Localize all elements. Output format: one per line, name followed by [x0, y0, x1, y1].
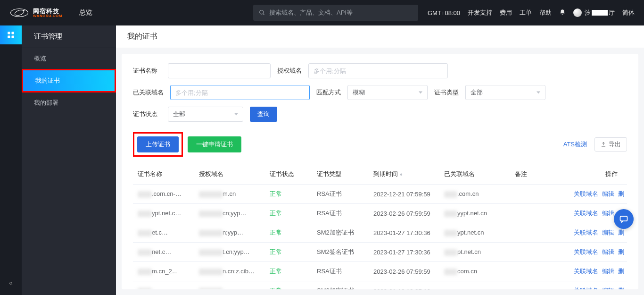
cell-ops: 关联域名编辑删	[557, 185, 627, 204]
table-row: com.…com.cn正常SM2加密证书2023-01-18 13:37:16关…	[133, 281, 627, 290]
cert-status-select[interactable]: 全部	[168, 107, 243, 122]
sidebar-title: 证书管理	[22, 25, 116, 48]
cell-domain: m.cn	[194, 185, 265, 204]
cell-name: ypt.net.c…	[133, 204, 194, 223]
link-domain-action[interactable]: 关联域名	[574, 287, 598, 289]
notifications-icon[interactable]	[559, 9, 566, 17]
cell-linked: .com.cn	[439, 185, 510, 204]
export-icon	[601, 142, 606, 147]
link-domain-action[interactable]: 关联域名	[574, 268, 598, 275]
col-status: 证书状态	[265, 164, 312, 185]
timezone[interactable]: GMT+08:00	[428, 9, 460, 17]
tickets-link[interactable]: 工单	[520, 8, 532, 17]
topbar: 网宿科技 WANGSU.COM 总览 搜索域名、产品、文档、API等 GMT+0…	[0, 0, 644, 25]
cell-ops: 关联域名编辑删	[557, 243, 627, 262]
cell-remark	[510, 262, 557, 281]
cell-remark	[510, 281, 557, 290]
link-domain-action[interactable]: 关联域名	[574, 229, 598, 236]
cell-linked: ypt.net.cn	[439, 223, 510, 243]
match-mode-select[interactable]: 模糊	[347, 85, 428, 100]
link-domain-action[interactable]: 关联域名	[574, 210, 598, 217]
edit-action[interactable]: 编辑	[602, 287, 614, 289]
overview-link[interactable]: 总览	[79, 8, 92, 17]
table-row: .com.cn-…m.cn正常RSA证书2022-12-21 07:59:59.…	[133, 185, 627, 204]
svg-point-3	[260, 10, 264, 14]
linked-domain-input[interactable]	[170, 85, 310, 100]
page-title: 我的证书	[116, 25, 644, 48]
link-domain-action[interactable]: 关联域名	[574, 248, 598, 255]
delete-action[interactable]: 删	[618, 229, 624, 236]
edit-action[interactable]: 编辑	[602, 248, 614, 255]
dev-support-link[interactable]: 开发支持	[468, 8, 492, 17]
apply-cert-button[interactable]: 一键申请证书	[188, 136, 241, 152]
cell-type: RSA证书	[312, 262, 369, 281]
cell-expire: 2022-12-21 07:59:59	[369, 185, 439, 204]
col-ops: 操作	[557, 164, 627, 185]
sidebar-item-mycerts[interactable]: 我的证书	[23, 70, 115, 91]
upload-button-highlight: 上传证书	[133, 132, 183, 157]
cell-expire: 2023-02-26 07:59:59	[369, 262, 439, 281]
cell-name: com.…	[133, 281, 194, 290]
edit-action[interactable]: 编辑	[602, 210, 614, 217]
cell-remark	[510, 243, 557, 262]
locale-switch[interactable]: 简体	[622, 8, 635, 17]
filter-row-1: 证书名称 授权域名	[133, 63, 627, 78]
cert-table: 证书名称 授权域名 证书状态 证书类型 到期时间♦ 已关联域名 备注 操作 .c…	[133, 164, 627, 289]
cert-type-select[interactable]: 全部	[465, 85, 545, 100]
cell-ops: 关联域名编辑删	[557, 281, 627, 290]
collapse-rail-icon[interactable]: «	[9, 279, 13, 287]
delete-action[interactable]: 删	[618, 287, 624, 289]
query-button[interactable]: 查询	[250, 107, 277, 122]
cell-type: SM2加密证书	[312, 223, 369, 243]
cell-linked: pt.net.cn	[439, 243, 510, 262]
cell-type: RSA证书	[312, 204, 369, 223]
cell-expire: 2023-01-27 17:30:36	[369, 223, 439, 243]
delete-action[interactable]: 删	[618, 248, 624, 255]
sidebar-item-deployments[interactable]: 我的部署	[22, 93, 116, 113]
delete-action[interactable]: 删	[618, 268, 624, 275]
cell-expire: 2023-01-18 13:37:16	[369, 281, 439, 290]
cell-name: .com.cn-…	[133, 185, 194, 204]
cert-status-label: 证书状态	[133, 110, 161, 118]
table-row: ypt.net.c…cn;yyp…正常RSA证书2023-02-26 07:59…	[133, 204, 627, 223]
user-menu[interactable]: 汐厅	[573, 8, 615, 17]
brand-logo[interactable]: 网宿科技 WANGSU.COM	[9, 8, 62, 18]
global-search[interactable]: 搜索域名、产品、文档、API等	[253, 5, 418, 21]
link-domain-action[interactable]: 关联域名	[574, 190, 598, 197]
cell-domain: n.cn;z.cib…	[194, 262, 265, 281]
sort-icon: ♦	[400, 171, 403, 177]
cell-type: SM2签名证书	[312, 243, 369, 262]
fees-link[interactable]: 费用	[500, 8, 512, 17]
logo-icon	[9, 8, 29, 18]
upload-cert-button[interactable]: 上传证书	[137, 136, 179, 152]
col-expire[interactable]: 到期时间♦	[369, 164, 439, 185]
edit-action[interactable]: 编辑	[602, 268, 614, 275]
export-button[interactable]: 导出	[594, 137, 627, 152]
cert-name-input[interactable]	[168, 63, 271, 78]
cell-name: m.cn_2…	[133, 262, 194, 281]
edit-action[interactable]: 编辑	[602, 229, 614, 236]
avatar	[573, 8, 582, 17]
cell-ops: 关联域名编辑删	[557, 262, 627, 281]
cell-domain: n;yyp…	[194, 223, 265, 243]
search-icon	[259, 9, 265, 16]
col-name: 证书名称	[133, 164, 194, 185]
svg-point-1	[14, 9, 25, 17]
svg-rect-5	[8, 32, 10, 34]
cell-status: 正常	[265, 223, 312, 243]
rail-app-icon[interactable]	[0, 25, 22, 44]
help-link[interactable]: 帮助	[539, 8, 552, 17]
top-links: GMT+08:00 开发支持 费用 工单 帮助 汐厅 简体	[428, 8, 635, 17]
cell-domain: cn;yyp…	[194, 204, 265, 223]
cell-remark	[510, 223, 557, 243]
sidebar-item-overview[interactable]: 概览	[22, 48, 116, 69]
ats-check-link[interactable]: ATS检测	[563, 140, 587, 149]
delete-action[interactable]: 删	[618, 190, 624, 197]
chat-icon	[619, 214, 628, 224]
match-mode-label: 匹配方式	[316, 88, 341, 97]
chat-fab[interactable]	[614, 209, 634, 229]
logo-text: 网宿科技 WANGSU.COM	[33, 8, 62, 18]
cert-name-label: 证书名称	[133, 67, 161, 75]
auth-domain-input[interactable]	[308, 63, 448, 78]
edit-action[interactable]: 编辑	[602, 190, 614, 197]
